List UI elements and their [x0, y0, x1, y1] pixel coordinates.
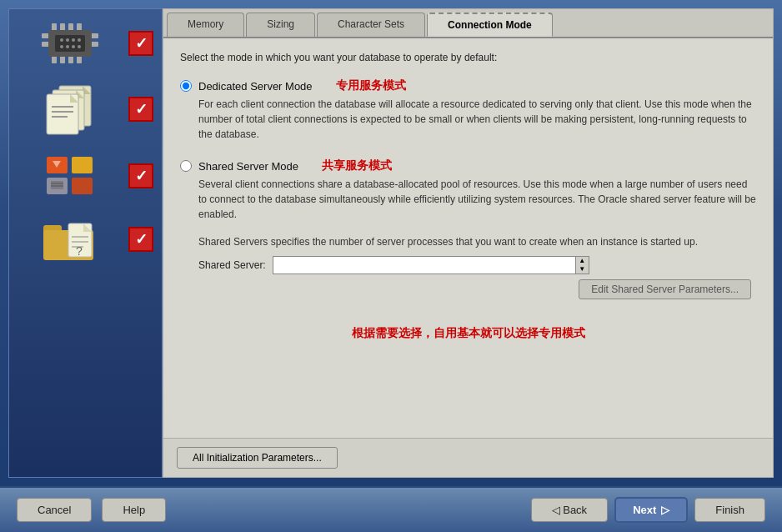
spinner-up-button[interactable]: ▲ [576, 257, 589, 265]
svg-rect-32 [72, 157, 93, 173]
svg-text:?: ? [76, 244, 83, 258]
content-panel: Memory Sizing Character Sets Connection … [163, 8, 774, 478]
tab-bar: Memory Sizing Character Sets Connection … [163, 9, 773, 38]
svg-point-21 [78, 45, 81, 48]
shared-server-description1: Several client connections share a datab… [198, 177, 756, 222]
svg-point-15 [66, 38, 69, 42]
svg-point-18 [60, 45, 63, 48]
chip-icon [40, 22, 100, 65]
dedicated-server-option: Dedicated Server Mode 专用服务模式 For each cl… [180, 78, 756, 142]
back-arrow-icon: ◁ [552, 504, 560, 516]
footer: Cancel Help ◁ Back Next ▷ Finish [0, 486, 782, 532]
shared-server-input-wrapper: ▲ ▼ [273, 256, 589, 274]
content-bottom: All Initialization Parameters... [163, 438, 773, 477]
edit-button-row: Edit Shared Server Parameters... [180, 279, 756, 299]
sidebar-item-folder: ? ✓ [18, 215, 153, 263]
footer-left: Cancel Help [17, 498, 166, 522]
shared-server-option: Shared Server Mode 共享服务模式 Several client… [180, 158, 756, 299]
sidebar: ✓ ✓ [8, 8, 163, 478]
puzzle-icon [43, 153, 97, 198]
shared-server-input-label: Shared Server: [198, 259, 266, 271]
document-icon [43, 82, 97, 136]
svg-point-16 [72, 38, 75, 42]
shared-server-radio[interactable] [180, 160, 192, 172]
header-description: Select the mode in which you want your d… [180, 52, 756, 63]
help-button[interactable]: Help [102, 498, 166, 522]
svg-point-20 [72, 45, 75, 48]
sidebar-item-docs: ✓ [18, 82, 153, 136]
sidebar-checkmark-2: ✓ [128, 97, 153, 122]
footer-right: ◁ Back Next ▷ Finish [531, 497, 765, 523]
shared-server-row: Shared Server: ▲ ▼ [198, 256, 756, 274]
next-arrow-icon: ▷ [661, 504, 669, 516]
chinese-note: 根据需要选择，自用基本就可以选择专用模式 [180, 326, 756, 341]
sidebar-item-puzzle: ✓ [18, 153, 153, 198]
svg-point-14 [60, 38, 63, 42]
shared-server-label: Shared Server Mode [198, 160, 298, 173]
sidebar-checkmark-4: ✓ [128, 227, 153, 252]
tab-memory[interactable]: Memory [167, 13, 244, 37]
dedicated-server-radio[interactable] [180, 80, 192, 92]
svg-rect-36 [51, 181, 63, 189]
tab-connection-mode[interactable]: Connection Mode [427, 13, 553, 37]
shared-server-spinner: ▲ ▼ [575, 257, 589, 274]
sidebar-item-chip: ✓ [18, 22, 153, 65]
dedicated-chinese-label: 专用服务模式 [336, 78, 406, 93]
content-body: Select the mode in which you want your d… [163, 38, 773, 438]
tab-sizing[interactable]: Sizing [246, 13, 315, 37]
shared-server-input[interactable] [273, 257, 575, 274]
edit-shared-server-button[interactable]: Edit Shared Server Parameters... [579, 279, 751, 299]
next-button[interactable]: Next ▷ [614, 497, 688, 523]
cancel-button[interactable]: Cancel [17, 498, 92, 522]
spinner-down-button[interactable]: ▼ [576, 265, 589, 274]
dedicated-server-label: Dedicated Server Mode [198, 80, 313, 93]
dedicated-server-description: For each client connection the database … [198, 97, 756, 142]
folder-icon: ? [42, 215, 98, 263]
svg-rect-13 [55, 35, 85, 52]
finish-button[interactable]: Finish [694, 498, 765, 522]
all-init-params-button[interactable]: All Initialization Parameters... [177, 447, 338, 469]
tab-character-sets[interactable]: Character Sets [317, 13, 425, 37]
svg-point-17 [78, 38, 81, 42]
shared-chinese-label: 共享服务模式 [322, 158, 392, 173]
svg-rect-34 [72, 178, 93, 194]
back-button[interactable]: ◁ Back [531, 498, 609, 522]
sidebar-checkmark-3: ✓ [128, 163, 153, 188]
shared-server-description2: Shared Servers specifies the number of s… [198, 234, 756, 249]
svg-point-19 [66, 45, 69, 48]
sidebar-checkmark-1: ✓ [128, 31, 153, 56]
